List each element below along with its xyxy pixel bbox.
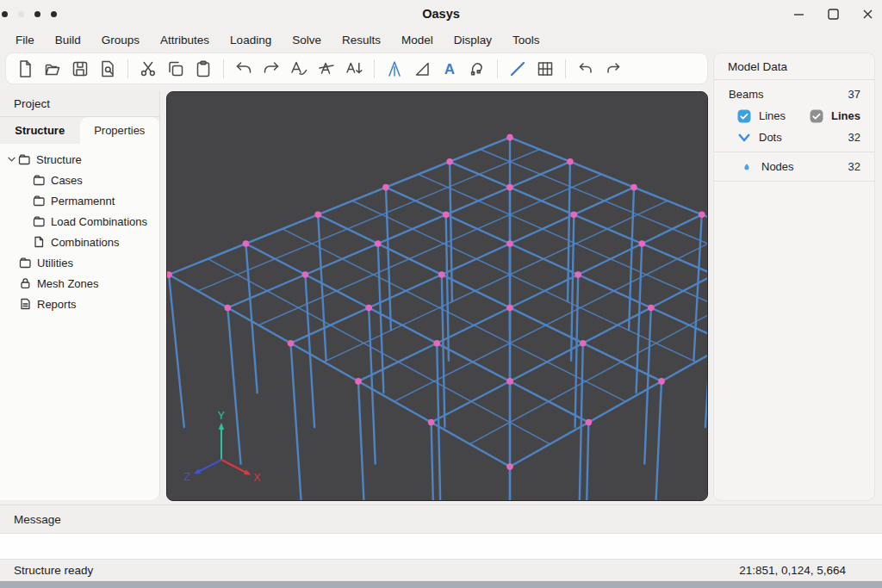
tree-item-mesh-zones[interactable]: Mesh Zones xyxy=(0,273,159,294)
model-data-row-beams: Beams37 xyxy=(714,84,874,105)
chevron-down-icon[interactable] xyxy=(5,157,17,162)
tab-structure[interactable]: Structure xyxy=(0,117,80,144)
checkbox-checked-blue-icon[interactable] xyxy=(737,109,751,123)
cut-icon[interactable] xyxy=(134,57,162,81)
folder-icon xyxy=(32,214,46,228)
structure-3d-view[interactable]: YZX xyxy=(167,92,708,501)
beam-marker-icon[interactable] xyxy=(381,57,408,81)
text-sort-icon[interactable] xyxy=(340,57,368,81)
print-preview-icon[interactable] xyxy=(94,57,121,81)
save-icon[interactable] xyxy=(66,57,94,81)
structure-node[interactable] xyxy=(648,305,655,312)
tree-item-reports[interactable]: Reports xyxy=(0,294,159,314)
titlebar-dot xyxy=(18,11,24,17)
structure-node[interactable] xyxy=(506,378,513,385)
nav-back-icon[interactable] xyxy=(572,57,599,81)
row-label: Nodes xyxy=(761,160,794,173)
maximize-button[interactable] xyxy=(827,8,839,20)
svg-text:A: A xyxy=(444,60,455,77)
panel-divider xyxy=(714,152,874,152)
structure-node[interactable] xyxy=(506,463,513,470)
menu-display[interactable]: Display xyxy=(444,34,502,46)
structure-node[interactable] xyxy=(375,240,382,247)
menu-tools[interactable]: Tools xyxy=(502,34,550,46)
structure-node[interactable] xyxy=(382,184,389,191)
text-style-icon[interactable] xyxy=(285,57,313,81)
status-text: Structure ready xyxy=(14,564,93,577)
menu-results[interactable]: Results xyxy=(332,34,391,46)
panel-divider xyxy=(714,181,874,182)
tree-item-label: Mesh Zones xyxy=(37,277,99,290)
undo-icon[interactable] xyxy=(230,57,258,81)
tree-item-combinations[interactable]: Combinations xyxy=(0,232,159,252)
close-button[interactable] xyxy=(861,8,873,20)
structure-node[interactable] xyxy=(314,212,321,219)
nav-forward-icon[interactable] xyxy=(599,57,627,81)
structure-node[interactable] xyxy=(446,158,453,165)
tree-item-structure[interactable]: Structure xyxy=(0,149,159,170)
axis-x-arrow xyxy=(244,469,252,475)
structure-node[interactable] xyxy=(506,240,513,247)
report-icon xyxy=(18,297,32,311)
structure-node[interactable] xyxy=(580,340,587,347)
paste-icon[interactable] xyxy=(189,57,217,81)
redo-icon[interactable] xyxy=(258,57,285,81)
menu-attributes[interactable]: Attributes xyxy=(150,34,220,46)
open-file-icon[interactable] xyxy=(39,57,66,81)
minimize-button[interactable] xyxy=(792,8,804,20)
text-strikethrough-icon[interactable] xyxy=(313,57,340,81)
structure-node[interactable] xyxy=(639,240,646,247)
structure-node[interactable] xyxy=(428,419,435,426)
structure-node[interactable] xyxy=(225,305,232,312)
structure-node[interactable] xyxy=(699,212,705,219)
structure-node[interactable] xyxy=(433,340,440,347)
structure-node[interactable] xyxy=(438,271,445,278)
toolbar-separator xyxy=(565,59,566,78)
structure-node[interactable] xyxy=(506,134,513,141)
grid-view-icon[interactable] xyxy=(531,57,559,81)
tree-item-label: Permamennt xyxy=(51,195,115,207)
toolbar: A xyxy=(5,53,708,84)
menu-file[interactable]: File xyxy=(5,34,45,46)
structure-node[interactable] xyxy=(586,419,593,426)
structure-node[interactable] xyxy=(567,158,574,165)
tree-item-utilities[interactable]: Utilities xyxy=(0,252,159,273)
chevron-down-blue-icon xyxy=(737,131,751,145)
tree-item-load-combinations[interactable]: Load Combinations xyxy=(0,211,159,232)
structure-node[interactable] xyxy=(443,212,450,219)
structure-node[interactable] xyxy=(355,378,362,385)
angle-icon[interactable] xyxy=(408,57,436,81)
checkbox-checked-gray-icon[interactable] xyxy=(810,109,823,123)
draw-line-icon[interactable] xyxy=(504,57,531,81)
structure-node[interactable] xyxy=(571,212,578,219)
structure-node[interactable] xyxy=(243,240,250,247)
toolbar-separator xyxy=(223,59,224,78)
structure-node[interactable] xyxy=(658,378,665,385)
titlebar-dots xyxy=(0,0,57,28)
tab-properties[interactable]: Properties xyxy=(80,117,160,144)
menu-model[interactable]: Model xyxy=(391,34,444,46)
structure-node[interactable] xyxy=(575,271,581,278)
tree-item-cases[interactable]: Cases xyxy=(0,170,159,190)
model-data-rows: Beams37LinesLinesDots32Nodes32 xyxy=(714,80,874,182)
new-document-icon[interactable] xyxy=(11,57,39,81)
structure-node[interactable] xyxy=(506,184,513,191)
tree-item-label: Load Combinations xyxy=(51,215,147,228)
spline-icon[interactable] xyxy=(463,57,491,81)
menu-build[interactable]: Build xyxy=(45,34,91,46)
row-label: Lines xyxy=(759,109,786,122)
structure-node[interactable] xyxy=(506,305,513,312)
structure-node[interactable] xyxy=(630,184,637,191)
menu-groups[interactable]: Groups xyxy=(91,34,150,46)
structure-node[interactable] xyxy=(365,305,372,312)
tree-item-permamennt[interactable]: Permamennt xyxy=(0,190,159,211)
row-secondary-label: Lines xyxy=(831,109,860,122)
model-viewport-3d[interactable]: YZX xyxy=(166,91,708,501)
menu-loading[interactable]: Loading xyxy=(220,34,282,46)
menu-solve[interactable]: Solve xyxy=(282,34,332,46)
copy-icon[interactable] xyxy=(162,57,189,81)
structure-node[interactable] xyxy=(288,340,295,347)
tree-item-label: Structure xyxy=(36,153,82,166)
structure-node[interactable] xyxy=(302,271,309,278)
text-label-icon[interactable]: A xyxy=(436,57,463,81)
